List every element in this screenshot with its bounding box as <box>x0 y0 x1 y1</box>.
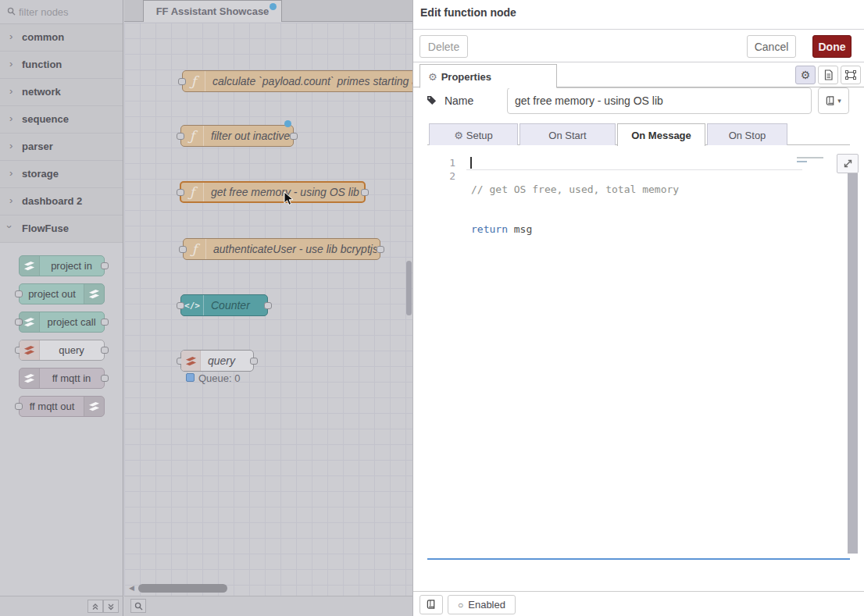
category-label: function <box>22 59 62 70</box>
palette-node-project-call[interactable]: project call <box>19 312 105 333</box>
cancel-button[interactable]: Cancel <box>747 35 796 58</box>
palette-footer <box>0 596 123 616</box>
palette-node-ff-mqtt-out[interactable]: ff mqtt out <box>19 396 105 417</box>
tab-label: On Start <box>548 130 586 141</box>
palette-filter-input[interactable] <box>19 3 117 20</box>
function-icon: ƒ <box>181 183 204 201</box>
flow-tab[interactable]: FF Assistant Showcase <box>143 0 282 22</box>
sidebar-category-storage[interactable]: › storage <box>0 161 123 188</box>
flow-node-filter-out-inactive[interactable]: ƒ filter out inactive <box>180 125 294 147</box>
flowfuse-icon <box>181 351 201 371</box>
code-text: msg <box>508 223 532 235</box>
line-number: 1 <box>427 156 455 169</box>
palette-collapse-all-button[interactable] <box>87 600 103 613</box>
line-number-gutter: 1 2 <box>427 156 465 183</box>
node-label: filter out inactive <box>211 130 290 142</box>
palette-node-project-in[interactable]: project in <box>19 255 105 276</box>
tray-toolbar: Delete Cancel Done <box>413 30 864 62</box>
flow-node-counter[interactable]: </> Counter <box>180 294 268 316</box>
expand-icon <box>843 158 853 169</box>
tab-setup[interactable]: ⚙Setup <box>429 123 518 145</box>
enabled-label: Enabled <box>468 599 505 611</box>
sidebar-category-function[interactable]: › function <box>0 52 123 79</box>
function-icon: ƒ <box>184 239 206 259</box>
palette-node-label: project in <box>41 260 102 272</box>
tab-on-message[interactable]: On Message <box>617 123 705 146</box>
palette-node-label: ff mqtt in <box>41 372 102 384</box>
palette-node-ff-mqtt-in[interactable]: ff mqtt in <box>19 368 105 389</box>
category-label: FlowFuse <box>22 223 69 234</box>
palette-filter[interactable] <box>0 0 123 24</box>
flowfuse-icon <box>84 284 104 304</box>
properties-view-button[interactable]: ⚙ <box>795 66 816 84</box>
palette-node-label: project call <box>41 316 102 328</box>
sidebar-category-flowfuse[interactable]: › FlowFuse <box>0 215 123 243</box>
scroll-left-arrow[interactable]: ◀ <box>129 584 134 592</box>
edit-tray: Edit function node Delete Cancel Done ⚙P… <box>412 0 864 616</box>
sidebar-category-sequence[interactable]: › sequence <box>0 106 123 134</box>
gear-icon: ⚙ <box>428 71 437 83</box>
horizontal-scrollbar[interactable] <box>138 584 227 593</box>
library-button[interactable]: ▾ <box>818 87 849 114</box>
description-view-button[interactable] <box>818 66 838 84</box>
gear-icon: ⚙ <box>454 130 463 141</box>
flowfuse-icon <box>84 397 104 416</box>
editor-minimap <box>797 157 827 162</box>
node-name-input[interactable] <box>507 87 812 114</box>
caret-down-icon: ▾ <box>837 97 841 105</box>
done-button[interactable]: Done <box>812 35 852 58</box>
flow-node-calculate-primes[interactable]: ƒ calculate `payload.count` primes start… <box>182 70 412 92</box>
enabled-toggle-button[interactable]: ○Enabled <box>448 595 516 614</box>
flow-node-authenticate-user[interactable]: ƒ authenticateUser - use lib bcryptjs <box>183 238 380 260</box>
tab-on-stop[interactable]: On Stop <box>707 123 787 145</box>
node-status-text: Queue: 0 <box>198 372 241 384</box>
chevron-right-icon: › <box>9 167 12 179</box>
chevron-right-icon: › <box>9 85 12 97</box>
chevron-right-icon: › <box>9 112 12 124</box>
palette-node-label: project out <box>21 288 83 300</box>
mouse-cursor <box>284 191 295 207</box>
output-port[interactable] <box>377 246 384 253</box>
editor-scrollbar[interactable] <box>848 173 858 554</box>
output-port[interactable] <box>361 189 369 196</box>
appearance-view-button[interactable] <box>841 66 861 84</box>
output-port[interactable] <box>290 133 298 140</box>
sidebar-category-common[interactable]: › common <box>0 24 123 52</box>
flow-node-query[interactable]: query <box>180 350 254 372</box>
node-palette: › common › function › network › sequence… <box>0 0 123 596</box>
tab-properties[interactable]: ⚙Properties <box>420 64 557 88</box>
sidebar-category-network[interactable]: › network <box>0 79 123 106</box>
properties-tab-label: Properties <box>441 71 491 83</box>
tag-icon <box>427 95 437 105</box>
output-port <box>101 319 109 326</box>
node-info-button[interactable] <box>420 595 443 614</box>
chevron-down-icon: › <box>4 225 16 228</box>
palette-expand-all-button[interactable] <box>103 600 119 613</box>
category-label: sequence <box>22 113 69 125</box>
delete-button[interactable]: Delete <box>420 35 468 58</box>
name-label: Name <box>427 94 473 107</box>
palette-node-project-out[interactable]: project out <box>19 283 105 304</box>
palette-node-query[interactable]: query <box>19 340 105 361</box>
palette-node-label: query <box>41 344 102 356</box>
expand-editor-button[interactable] <box>837 154 859 173</box>
code-editor[interactable]: 1 2 // get OS free, used, total memory r… <box>427 154 850 560</box>
gear-icon: ⚙ <box>801 69 811 81</box>
chevron-right-icon: › <box>9 58 12 69</box>
output-port[interactable] <box>250 358 258 365</box>
tab-on-start[interactable]: On Start <box>519 123 616 145</box>
node-label: calculate `payload.count` primes startin… <box>212 75 412 87</box>
sidebar-category-dashboard2[interactable]: › dashboard 2 <box>0 188 123 215</box>
code-icon-glyph: </> <box>184 301 200 311</box>
flow-node-get-free-memory[interactable]: ƒ get free memory - using OS lib <box>180 181 366 203</box>
output-port[interactable] <box>264 302 272 309</box>
tray-footer: ○Enabled <box>413 591 864 616</box>
search-flows-button[interactable] <box>130 599 146 613</box>
vertical-scrollbar[interactable] <box>406 261 412 315</box>
category-label: dashboard 2 <box>22 195 82 207</box>
sidebar-category-parser[interactable]: › parser <box>0 134 123 161</box>
flowfuse-icon <box>20 340 40 360</box>
book-icon <box>826 96 835 106</box>
node-changed-dot <box>284 120 291 127</box>
flow-canvas[interactable]: ƒ calculate `payload.count` primes start… <box>124 23 412 596</box>
